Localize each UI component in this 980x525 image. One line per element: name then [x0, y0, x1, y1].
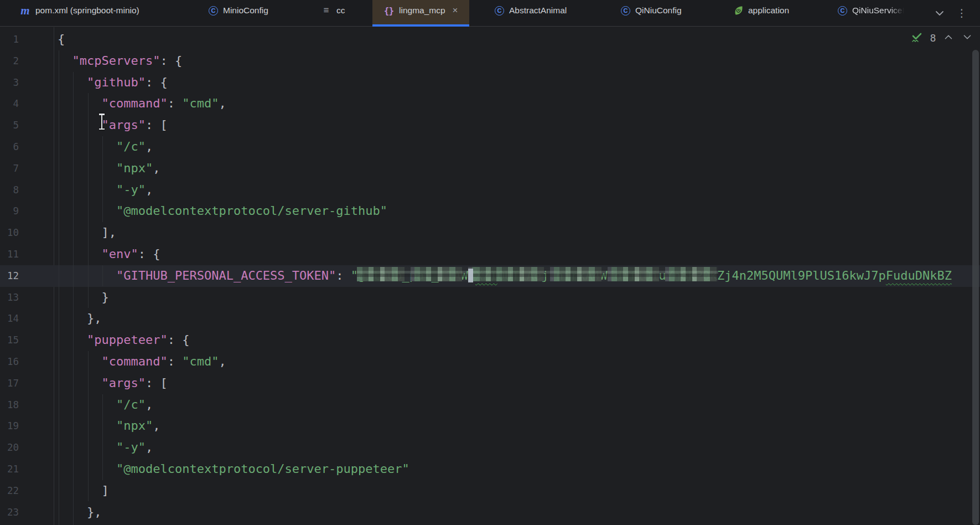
- code-text: "@modelcontextprotocol/server-github": [58, 200, 387, 222]
- line-number: 12: [0, 265, 19, 287]
- line-number: 6: [0, 136, 19, 158]
- indent-guide: [73, 72, 74, 525]
- code-line[interactable]: 10 ],: [0, 222, 980, 244]
- code-line[interactable]: 5 "args": [: [0, 115, 980, 136]
- line-number: 7: [0, 158, 19, 179]
- inspections-widget[interactable]: 8: [910, 30, 973, 47]
- line-number: 5: [0, 115, 19, 136]
- inspections-count: 8: [930, 33, 936, 44]
- code-line[interactable]: 11 "env": {: [0, 244, 980, 265]
- tab-label: pom.xml (springboot-minio): [35, 6, 139, 16]
- tab-label: application: [748, 6, 789, 16]
- line-number: 18: [0, 394, 19, 416]
- maven-icon: m: [20, 6, 30, 16]
- line-number: 4: [0, 93, 19, 115]
- tab-qiniu-service[interactable]: CQiNiuServiceI: [827, 0, 916, 27]
- line-number: 11: [0, 244, 19, 265]
- code-line[interactable]: 12 "GITHUB_PERSONAL_ACCESS_TOKEN": "gith…: [0, 265, 980, 287]
- code-text: "@modelcontextprotocol/server-puppeteer": [58, 459, 409, 480]
- code-line[interactable]: 14 },: [0, 308, 980, 330]
- code-line[interactable]: 4 "command": "cmd",: [0, 93, 980, 115]
- code-line[interactable]: 22 ]: [0, 480, 980, 502]
- tab-label: MinioConfig: [223, 6, 268, 16]
- code-line[interactable]: 9 "@modelcontextprotocol/server-github": [0, 200, 980, 222]
- previous-problem-icon[interactable]: [942, 31, 955, 46]
- mouse-ibeam-cursor: [98, 114, 105, 130]
- tab-cc[interactable]: ≡cc: [310, 0, 356, 27]
- code-line[interactable]: 3 "github": {: [0, 72, 980, 94]
- code-line[interactable]: 18 "/c",: [0, 394, 980, 416]
- tab-lingma-mcp[interactable]: {}lingma_mcp×: [372, 0, 469, 27]
- code-text: "-y",: [58, 179, 153, 201]
- code-text: },: [58, 502, 101, 523]
- tab-minio-config[interactable]: CMinioConfig: [198, 0, 279, 27]
- list-icon: ≡: [321, 6, 331, 16]
- line-number: 10: [0, 222, 19, 244]
- line-number: 2: [0, 50, 19, 72]
- code-line[interactable]: 1{: [0, 29, 980, 50]
- vertical-scrollbar[interactable]: [972, 50, 979, 525]
- indent-guide: [102, 394, 103, 480]
- kebab-menu-icon[interactable]: ⋮: [956, 6, 967, 21]
- line-number: 9: [0, 200, 19, 222]
- indent-guide: [59, 50, 59, 525]
- code-text: "/c",: [58, 136, 153, 158]
- close-tab-icon[interactable]: ×: [453, 5, 458, 16]
- tab-qiniu-config[interactable]: CQiNiuConfig: [610, 0, 693, 27]
- line-number: 14: [0, 308, 19, 330]
- tab-abstract-animal[interactable]: CAbstractAnimal: [484, 0, 578, 27]
- class-icon: C: [209, 6, 218, 16]
- next-problem-icon[interactable]: [961, 31, 973, 46]
- line-number: 17: [0, 373, 19, 394]
- line-number: 3: [0, 72, 19, 94]
- redacted-token: github_pat_11AWM: [358, 265, 475, 287]
- code-text: "mcpServers": {: [58, 50, 182, 72]
- code-text: },: [58, 308, 101, 330]
- line-number: 19: [0, 415, 19, 437]
- line-number: 1: [0, 29, 19, 50]
- code-line[interactable]: 8 "-y",: [0, 179, 980, 201]
- tab-application[interactable]: application: [722, 0, 800, 27]
- code-text: "args": [: [58, 115, 168, 136]
- code-text: ],: [58, 222, 116, 244]
- chevron-down-icon[interactable]: [933, 7, 948, 20]
- code-line[interactable]: 6 "/c",: [0, 136, 980, 158]
- tab-pom-xml[interactable]: mpom.xml (springboot-minio): [9, 0, 151, 27]
- inspections-ok-icon: [910, 30, 924, 47]
- code-line[interactable]: 13 }: [0, 287, 980, 308]
- code-text: "command": "cmd",: [58, 351, 226, 373]
- code-text: "GITHUB_PERSONAL_ACCESS_TOKEN": "github_…: [58, 265, 952, 287]
- code-line[interactable]: 2 "mcpServers": {: [0, 50, 980, 72]
- code-line[interactable]: 21 "@modelcontextprotocol/server-puppete…: [0, 459, 980, 480]
- json-icon: {}: [383, 6, 394, 16]
- code-text: "/c",: [58, 394, 153, 416]
- line-number: 8: [0, 179, 19, 201]
- code-text: {: [58, 29, 65, 50]
- editor-tab-bar: ⋮ mpom.xml (springboot-minio)CMinioConfi…: [0, 0, 980, 27]
- code-line[interactable]: 23 },: [0, 502, 980, 523]
- tab-label: cc: [336, 6, 345, 16]
- code-line[interactable]: 16 "command": "cmd",: [0, 351, 980, 373]
- ide-window: ⋮ mpom.xml (springboot-minio)CMinioConfi…: [0, 0, 980, 525]
- code-text: "github": {: [58, 72, 168, 94]
- indent-guide: [102, 136, 103, 222]
- redacted-token: QUTiAej.nirkA4WfdWfiDiuYn8kP0k: [497, 265, 717, 287]
- code-lines[interactable]: 1{2 "mcpServers": {3 "github": {4 "comma…: [0, 29, 980, 523]
- code-line[interactable]: 19 "npx",: [0, 415, 980, 437]
- line-number: 20: [0, 437, 19, 459]
- code-text: "command": "cmd",: [58, 93, 226, 115]
- code-editor[interactable]: 1{2 "mcpServers": {3 "github": {4 "comma…: [0, 27, 980, 525]
- indent-guide: [102, 265, 103, 286]
- indent-guide: [88, 351, 89, 501]
- code-line[interactable]: 20 "-y",: [0, 437, 980, 459]
- line-number: 21: [0, 459, 19, 480]
- class-icon: C: [495, 6, 504, 16]
- tab-label: QiNiuServiceI: [852, 6, 905, 16]
- code-line[interactable]: 7 "npx",: [0, 158, 980, 179]
- code-line[interactable]: 17 "args": [: [0, 373, 980, 394]
- line-number: 13: [0, 287, 19, 308]
- code-line[interactable]: 15 "puppeteer": {: [0, 330, 980, 351]
- line-number: 23: [0, 502, 19, 523]
- line-number: 22: [0, 480, 19, 502]
- tab-label: lingma_mcp: [399, 6, 445, 16]
